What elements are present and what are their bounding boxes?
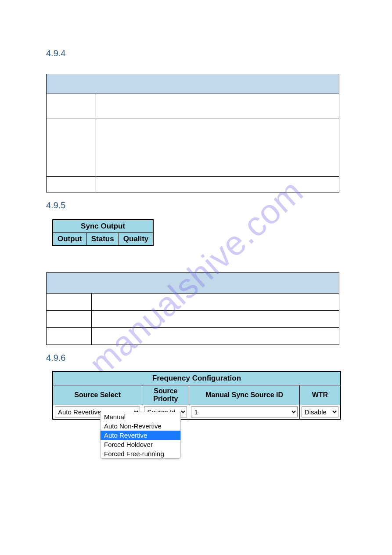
- table-b-r2c1: [47, 311, 92, 328]
- definition-table-a: [46, 74, 339, 192]
- freq-config-title: Frequency Configuration: [53, 371, 341, 385]
- table-b-r1c1: [47, 294, 92, 311]
- table-b-header: [47, 273, 339, 294]
- table-b-r3c2: [92, 328, 339, 345]
- sync-output-col-quality: Quality: [119, 233, 153, 246]
- option-auto-revertive[interactable]: Auto Revertive: [101, 431, 180, 440]
- sync-output-table: Sync Output Output Status Quality: [52, 219, 154, 246]
- table-a-r1c2: [96, 94, 339, 119]
- definition-table-b: [46, 272, 339, 345]
- table-a-r3c2: [96, 177, 339, 192]
- section-heading-496: 4.9.6: [46, 353, 342, 363]
- source-select-options-list[interactable]: Manual Auto Non-Revertive Auto Revertive…: [100, 412, 181, 459]
- freq-header-source-select: Source Select: [53, 385, 142, 405]
- table-b-r1c2: [92, 294, 339, 311]
- section-heading-494: 4.9.4: [46, 48, 342, 58]
- option-forced-free-running[interactable]: Forced Free-running: [101, 449, 180, 458]
- sync-output-title: Sync Output: [53, 220, 153, 233]
- frequency-configuration-table: Frequency Configuration Source Select So…: [52, 371, 341, 420]
- freq-header-source-priority: SourcePriority: [142, 385, 189, 405]
- manual-sync-source-dropdown[interactable]: 1: [191, 406, 297, 417]
- option-forced-holdover[interactable]: Forced Holdover: [101, 440, 180, 449]
- freq-header-manual-sync: Manual Sync Source ID: [189, 385, 299, 405]
- section-heading-495: 4.9.5: [46, 200, 342, 210]
- table-a-r3c1: [47, 177, 96, 192]
- option-auto-non-revertive[interactable]: Auto Non-Revertive: [101, 421, 180, 431]
- table-a-r1c1: [47, 94, 96, 119]
- table-b-r2c2: [92, 311, 339, 328]
- option-manual[interactable]: Manual: [101, 412, 180, 421]
- table-b-r3c1: [47, 328, 92, 345]
- wtr-dropdown[interactable]: Disable: [302, 406, 338, 417]
- sync-output-col-output: Output: [53, 233, 86, 246]
- sync-output-col-status: Status: [86, 233, 119, 246]
- table-a-r2c2: [96, 119, 339, 177]
- table-a-header: [47, 74, 339, 94]
- table-a-r2c1: [47, 119, 96, 177]
- freq-header-wtr: WTR: [299, 385, 341, 405]
